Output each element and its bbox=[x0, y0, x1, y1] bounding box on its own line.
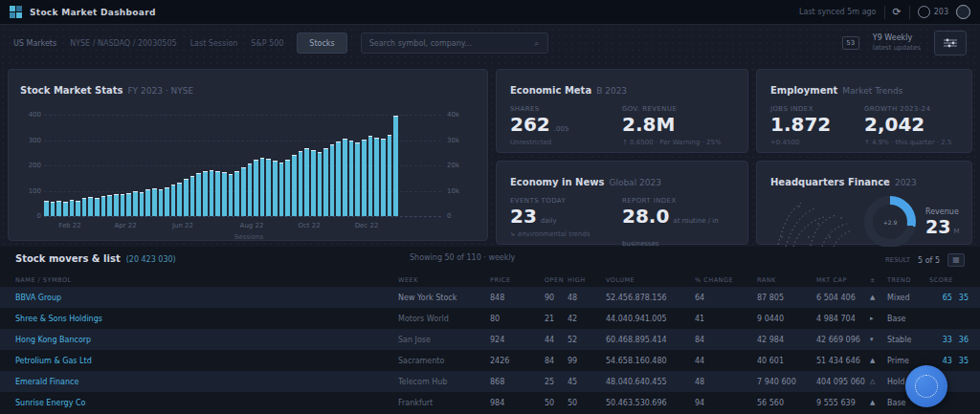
bar bbox=[76, 201, 80, 216]
stat-shares: Shares 262.005 Unrestricted bbox=[510, 105, 622, 146]
bar bbox=[368, 136, 373, 216]
table-cell: 48.040.640.455 bbox=[606, 378, 695, 386]
score-badge[interactable]: 43 bbox=[943, 357, 952, 365]
table-cell: 52.456.878.156 bbox=[606, 294, 695, 302]
table-cell: 44.040.941.005 bbox=[606, 315, 695, 323]
table-row[interactable]: Hong Kong BancorpSan Jose924445260.468.8… bbox=[0, 329, 980, 350]
bar bbox=[140, 192, 145, 216]
nav-item-markets[interactable]: US Markets bbox=[13, 39, 56, 48]
column-header[interactable]: ± bbox=[870, 276, 887, 284]
refresh-icon[interactable]: ⟳ bbox=[893, 6, 902, 18]
table-row[interactable]: Sunrise Energy CoFrankfurt984505050.463.… bbox=[0, 392, 980, 413]
economic-meta-card: Economic MetaB 2023 Shares 262.005 Unres… bbox=[496, 69, 748, 153]
bar bbox=[254, 160, 258, 216]
bar bbox=[393, 116, 398, 216]
avatar[interactable] bbox=[956, 5, 970, 19]
score-badge[interactable]: 36 bbox=[959, 336, 969, 344]
table-cell: 6 504 406 bbox=[816, 294, 870, 302]
filter-button[interactable] bbox=[934, 31, 967, 55]
floating-action-button[interactable] bbox=[905, 365, 947, 407]
table-cell: New York Stock bbox=[398, 294, 490, 302]
stock-table-section: Stock movers & list(20 423 030) Showing … bbox=[0, 247, 980, 414]
world-map-dots bbox=[770, 195, 855, 249]
stock-name-link[interactable]: Petrolium & Gas Ltd bbox=[15, 357, 398, 365]
nav-item-sp500[interactable]: S&P 500 bbox=[251, 39, 283, 48]
nav-item-session[interactable]: Last Session bbox=[190, 39, 238, 48]
score-badge[interactable]: 35 bbox=[959, 294, 969, 302]
score-badge[interactable]: 65 bbox=[943, 294, 952, 302]
bar bbox=[266, 159, 271, 216]
toolbar-right-text: Y9 Weekly latest updates bbox=[873, 33, 921, 52]
table-cell: Frankfurt bbox=[398, 399, 490, 407]
table-cell: 50 bbox=[545, 399, 568, 407]
notification-count: 203 bbox=[934, 8, 948, 16]
search-icon[interactable]: ⌕ bbox=[535, 38, 540, 49]
stock-name-link[interactable]: Hong Kong Bancorp bbox=[15, 336, 398, 344]
table-cell: ▾ bbox=[870, 336, 887, 343]
bar bbox=[349, 141, 354, 217]
score-badge[interactable]: 33 bbox=[943, 336, 952, 344]
score-badges: 3336 bbox=[929, 336, 969, 344]
notifications-button[interactable]: 203 bbox=[918, 6, 948, 18]
table-cell: Motors World bbox=[398, 315, 490, 323]
bar bbox=[304, 148, 309, 216]
bar bbox=[279, 163, 284, 216]
stock-name-link[interactable]: Emerald Finance bbox=[15, 378, 398, 386]
table-cell: Stable bbox=[887, 336, 929, 344]
column-header[interactable]: Score bbox=[929, 276, 969, 284]
bar bbox=[101, 196, 106, 216]
bar bbox=[114, 194, 119, 216]
column-header[interactable]: Week bbox=[398, 276, 490, 284]
headquarters-finance-card: Headquarters Finance2023 +2.9 Revenue 23… bbox=[756, 161, 972, 245]
sliders-icon bbox=[944, 38, 957, 48]
stock-name-link[interactable]: BBVA Group bbox=[15, 294, 398, 302]
table-view-toggle-icon[interactable]: ▦ bbox=[947, 253, 965, 267]
gauge-side-stat: Revenue 23M bbox=[925, 207, 960, 237]
bar bbox=[165, 187, 169, 216]
column-header[interactable]: Rank bbox=[757, 276, 816, 284]
table-column-headers: Name / SymbolWeekPriceOpenHighVolume% Ch… bbox=[0, 273, 980, 287]
bar bbox=[70, 200, 75, 216]
stock-stats-chart-card: Stock Market StatsFY 2023 · NYSE 4003002… bbox=[8, 69, 488, 241]
table-row[interactable]: Shree & Sons HoldingsMotors World8021424… bbox=[0, 308, 980, 329]
stock-name-link[interactable]: Shree & Sons Holdings bbox=[15, 315, 398, 323]
score-badge[interactable]: 35 bbox=[959, 357, 969, 365]
column-header[interactable]: Mkt Cap bbox=[816, 276, 870, 284]
column-header[interactable]: Price bbox=[490, 276, 545, 284]
card-b-title: EmploymentMarket Trends bbox=[770, 85, 902, 96]
bar bbox=[381, 139, 386, 216]
table-cell: 984 bbox=[490, 399, 545, 407]
bar bbox=[343, 139, 347, 216]
bar bbox=[145, 189, 150, 216]
app-logo-icon bbox=[10, 6, 22, 18]
stocks-button[interactable]: Stocks bbox=[297, 33, 346, 54]
y-tick-label: 0 bbox=[447, 212, 451, 220]
bar bbox=[190, 176, 195, 216]
watchlist-count-badge[interactable]: 53 bbox=[842, 36, 859, 50]
column-header[interactable]: Volume bbox=[606, 276, 695, 284]
table-cell: 56 560 bbox=[757, 399, 816, 407]
column-header[interactable]: Name / Symbol bbox=[15, 276, 398, 284]
column-header[interactable]: % Change bbox=[695, 276, 757, 284]
stock-name-link[interactable]: Sunrise Energy Co bbox=[15, 399, 398, 407]
column-header[interactable]: High bbox=[568, 276, 606, 284]
bar bbox=[273, 161, 278, 216]
table-row[interactable]: Petrolium & Gas LtdSacramento2426849954.… bbox=[0, 350, 980, 371]
table-cell: 80 bbox=[490, 315, 545, 323]
table-cell: San Jose bbox=[398, 336, 490, 344]
bar bbox=[215, 171, 220, 216]
y-tick-label: 20k bbox=[447, 162, 459, 169]
search-input[interactable] bbox=[369, 39, 529, 48]
table-row[interactable]: Emerald FinanceTelecom Hub868254548.040.… bbox=[0, 371, 980, 392]
table-row[interactable]: BBVA GroupNew York Stock848904852.456.87… bbox=[0, 287, 980, 308]
table-cell: 84 bbox=[545, 357, 568, 365]
table-cell: Telecom Hub bbox=[398, 378, 490, 386]
bar bbox=[388, 135, 392, 216]
column-header[interactable]: Open bbox=[545, 276, 568, 284]
y-tick-label: 200 bbox=[29, 162, 41, 169]
gridline bbox=[44, 216, 441, 217]
column-header[interactable]: Trend bbox=[887, 276, 929, 284]
score-badges: 4335 bbox=[929, 357, 969, 365]
bar bbox=[88, 197, 93, 216]
nav-item-exchanges[interactable]: NYSE / NASDAQ / 20030505 bbox=[70, 39, 176, 48]
